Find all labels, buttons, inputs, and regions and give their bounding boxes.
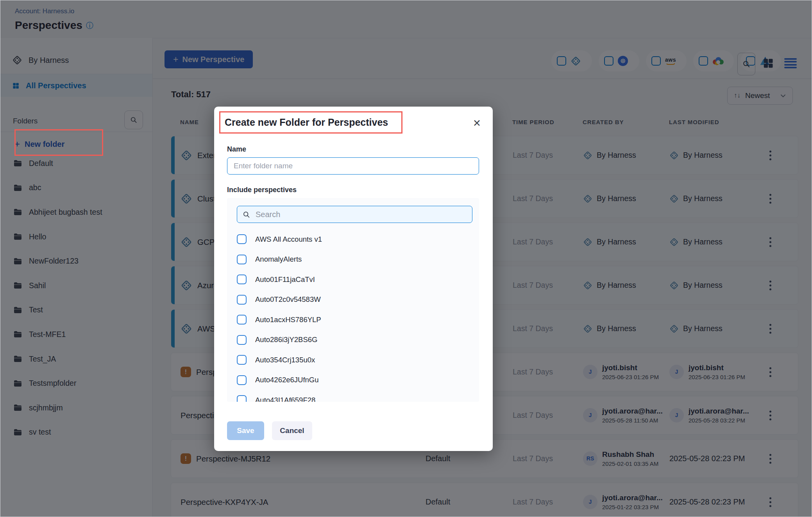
perspectives-picker-panel: AWS All Accounts v1 AnomalyAlerts Auto01… bbox=[227, 198, 479, 402]
checkbox[interactable] bbox=[237, 395, 247, 402]
perspective-option[interactable]: AnomalyAlerts bbox=[237, 250, 472, 270]
checkbox[interactable] bbox=[237, 355, 247, 365]
perspective-option-label: Auto43I1Af659F28 bbox=[255, 396, 315, 402]
name-label: Name bbox=[227, 145, 246, 153]
close-icon[interactable]: ✕ bbox=[471, 116, 483, 130]
perspective-option[interactable]: Auto0T2c0v54583W bbox=[237, 290, 472, 310]
save-button[interactable]: Save bbox=[227, 421, 264, 440]
perspective-search-input[interactable] bbox=[255, 210, 467, 219]
perspective-option-label: Auto0T2c0v54583W bbox=[255, 295, 321, 304]
perspective-checkbox-list: AWS All Accounts v1 AnomalyAlerts Auto01… bbox=[237, 229, 472, 402]
checkbox[interactable] bbox=[237, 255, 247, 264]
perspective-search-box bbox=[237, 206, 472, 223]
checkbox[interactable] bbox=[237, 375, 247, 385]
perspective-option-label: Auto286i3jY2BS6G bbox=[255, 335, 317, 344]
checkbox[interactable] bbox=[237, 295, 247, 305]
perspective-option-label: Auto354Crj135u0x bbox=[255, 356, 315, 364]
perspective-option[interactable]: Auto354Crj135u0x bbox=[237, 350, 472, 370]
perspective-option-label: Auto1acxHS786YLP bbox=[255, 316, 321, 324]
perspective-option-label: AnomalyAlerts bbox=[255, 255, 302, 264]
perspective-option[interactable]: Auto286i3jY2BS6G bbox=[237, 330, 472, 350]
checkbox[interactable] bbox=[237, 335, 247, 345]
perspective-option[interactable]: Auto4262e6JUfnGu bbox=[237, 370, 472, 390]
checkbox[interactable] bbox=[237, 234, 247, 244]
search-icon bbox=[242, 210, 250, 219]
perspective-option-label: Auto4262e6JUfnGu bbox=[255, 376, 319, 384]
checkbox[interactable] bbox=[237, 275, 247, 284]
perspective-option[interactable]: Auto1acxHS786YLP bbox=[237, 310, 472, 330]
folder-name-input[interactable] bbox=[227, 157, 479, 175]
checkbox[interactable] bbox=[237, 315, 247, 324]
perspective-option[interactable]: Auto01F11jaCaTvI bbox=[237, 269, 472, 290]
cancel-button[interactable]: Cancel bbox=[272, 421, 312, 440]
perspective-option[interactable]: AWS All Accounts v1 bbox=[237, 229, 472, 250]
create-folder-modal: Create new Folder for Perspectives ✕ Nam… bbox=[214, 107, 493, 451]
app-window: Account: Harness.io Perspectives ⓘ By Ha… bbox=[0, 0, 812, 517]
perspective-option[interactable]: Auto43I1Af659F28 bbox=[237, 390, 472, 402]
perspective-option-label: Auto01F11jaCaTvI bbox=[255, 275, 315, 284]
include-perspectives-label: Include perspectives bbox=[227, 186, 297, 194]
perspective-option-label: AWS All Accounts v1 bbox=[255, 235, 322, 244]
modal-title: Create new Folder for Perspectives bbox=[225, 117, 388, 128]
